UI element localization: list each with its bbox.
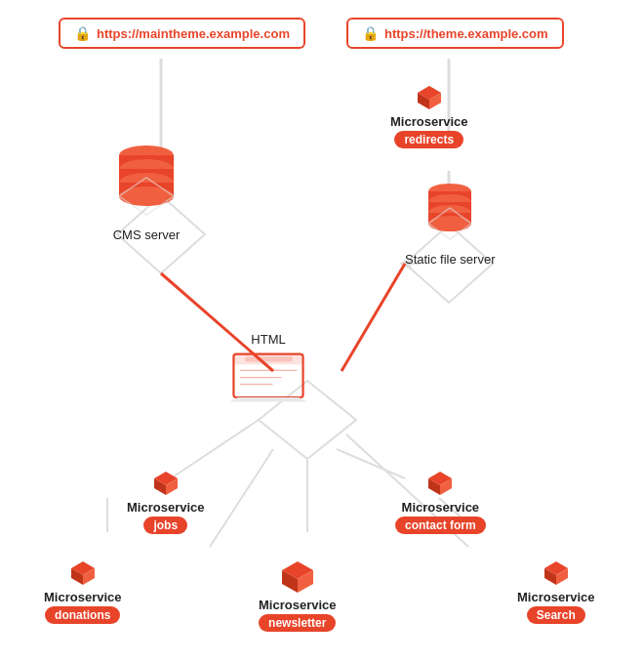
url-box-left: 🔒 https://maintheme.example.com <box>59 18 305 49</box>
static-server-icon <box>423 181 477 244</box>
architecture-diagram: 🔒 https://maintheme.example.com 🔒 https:… <box>0 0 644 662</box>
cube-icon-donations <box>68 559 98 588</box>
microservice-contact-badge: contact form <box>395 517 486 534</box>
cms-server-block: CMS server <box>112 142 181 242</box>
microservice-search-badge: Search <box>527 606 585 624</box>
microservice-donations-title: Microservice <box>44 590 122 604</box>
microservice-jobs-badge: jobs <box>143 517 187 534</box>
microservice-contact-form: Microservice contact form <box>395 469 486 534</box>
cms-server-label: CMS server <box>113 228 181 242</box>
microservice-search: Microservice Search <box>517 559 595 624</box>
url-left-text: https://maintheme.example.com <box>97 26 290 41</box>
cube-icon-jobs <box>151 469 181 498</box>
cms-server-icon <box>112 142 181 220</box>
svg-line-7 <box>342 264 405 371</box>
url-box-right: 🔒 https://theme.example.com <box>346 18 564 49</box>
microservice-search-title: Microservice <box>517 590 595 604</box>
microservice-redirects: Microservice redirects <box>390 83 468 148</box>
svg-line-10 <box>210 449 273 547</box>
cube-icon-redirects <box>415 83 444 112</box>
browser-icon <box>229 349 307 407</box>
microservice-donations: Microservice donations <box>44 559 122 624</box>
html-label: HTML <box>251 332 285 347</box>
microservice-newsletter-badge: newsletter <box>259 614 336 632</box>
microservice-newsletter: Microservice newsletter <box>259 559 337 632</box>
microservice-redirects-title: Microservice <box>390 114 468 129</box>
static-server-block: Static file server <box>405 181 495 267</box>
html-browser-block: HTML <box>229 332 307 407</box>
microservice-contact-title: Microservice <box>402 500 480 515</box>
microservice-newsletter-title: Microservice <box>259 598 337 612</box>
cube-icon-newsletter <box>279 559 316 596</box>
lock-icon-right: 🔒 <box>362 25 379 41</box>
cube-icon-search <box>542 559 571 588</box>
svg-rect-41 <box>245 356 293 361</box>
svg-point-26 <box>119 186 174 206</box>
lock-icon-left: 🔒 <box>74 25 91 41</box>
microservice-redirects-badge: redirects <box>394 131 463 148</box>
static-server-label: Static file server <box>405 252 495 267</box>
microservice-jobs: Microservice jobs <box>127 469 205 534</box>
microservice-donations-badge: donations <box>45 606 120 624</box>
cube-icon-contact <box>425 469 455 498</box>
microservice-jobs-title: Microservice <box>127 500 205 515</box>
url-right-text: https://theme.example.com <box>384 26 548 41</box>
svg-marker-42 <box>229 397 307 401</box>
